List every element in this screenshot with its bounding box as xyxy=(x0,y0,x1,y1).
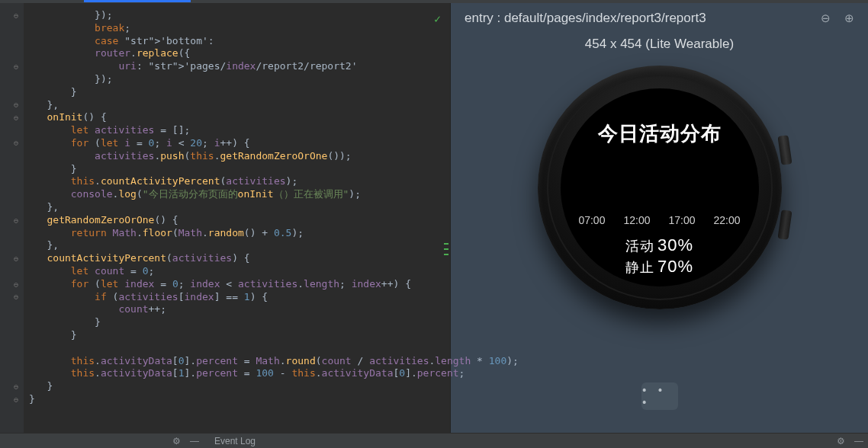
gear-icon-right[interactable]: ⚙ xyxy=(837,436,845,446)
event-log-label[interactable]: Event Log xyxy=(214,436,256,446)
minimize-icon[interactable]: — xyxy=(190,436,199,446)
more-button[interactable]: • • • xyxy=(641,382,678,410)
code-editor[interactable]: ⊖ ⊖ ⊖ ⊖ ⊖ ⊖ ⊖ ⊖ ⊖ ⊖ ⊖ }); break; case "s… xyxy=(0,3,450,433)
screen-time-axis: 07:0012:0017:0022:00 xyxy=(578,214,740,226)
watch-crown-bottom xyxy=(777,210,792,240)
zoom-in-icon[interactable]: ⊕ xyxy=(844,11,854,25)
activity-row: 活动30% xyxy=(625,235,693,255)
minimize-icon-right[interactable]: — xyxy=(854,436,863,446)
activity-row: 静止70% xyxy=(625,257,693,277)
zoom-out-icon[interactable]: ⊖ xyxy=(821,11,831,25)
watch-screen[interactable]: 今日活动分布 07:0012:0017:0022:00 活动30%静止70% xyxy=(561,88,759,286)
time-tick: 17:00 xyxy=(669,214,696,226)
tab-active-indicator xyxy=(84,0,191,2)
editor-gutter: ⊖ ⊖ ⊖ ⊖ ⊖ ⊖ ⊖ ⊖ ⊖ ⊖ ⊖ xyxy=(0,3,24,433)
status-bar: ⚙ — Event Log ⚙ — xyxy=(0,433,868,448)
editor-error-stripe xyxy=(442,3,448,433)
watch-crown-top xyxy=(777,135,792,165)
analysis-ok-icon: ✓ xyxy=(434,12,441,26)
screen-title: 今日活动分布 xyxy=(598,120,722,147)
watch-device-frame: 今日活动分布 07:0012:0017:0022:00 活动30%静止70% xyxy=(526,59,793,364)
time-tick: 22:00 xyxy=(714,214,741,226)
device-dimensions-label: 454 x 454 (Lite Wearable) xyxy=(585,37,734,52)
gear-icon[interactable]: ⚙ xyxy=(172,436,181,446)
time-tick: 12:00 xyxy=(623,214,650,226)
time-tick: 07:00 xyxy=(578,214,605,226)
screen-activity-rows: 活动30%静止70% xyxy=(625,234,693,277)
